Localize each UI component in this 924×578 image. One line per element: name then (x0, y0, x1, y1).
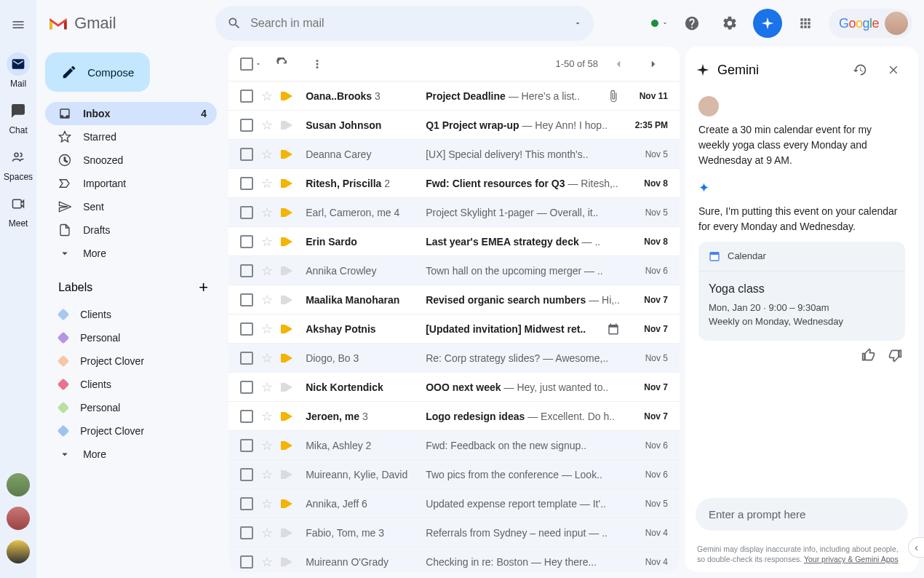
row-checkbox[interactable] (240, 206, 253, 219)
calendar-card[interactable]: Calendar Yoga class Mon, Jan 20 · 9:00 –… (698, 242, 905, 341)
email-row[interactable]: ☆Muireann O'GradyChecking in re: Boston … (228, 547, 680, 572)
folder-inbox[interactable]: Inbox4 (45, 102, 217, 125)
help-button[interactable] (677, 9, 706, 38)
star-button[interactable]: ☆ (260, 467, 274, 483)
row-checkbox[interactable] (240, 90, 253, 103)
label-item[interactable]: Clients (45, 373, 217, 396)
add-label-button[interactable]: + (199, 278, 208, 297)
privacy-link[interactable]: Your privacy & Gemini Apps (804, 555, 899, 563)
main-menu-button[interactable] (1, 7, 36, 42)
gemini-prompt-input[interactable]: Enter a prompt here (696, 498, 908, 531)
row-checkbox[interactable] (240, 352, 253, 365)
important-marker[interactable] (285, 92, 292, 100)
email-row[interactable]: ☆Erin SardoLast year's EMEA strategy dec… (228, 227, 680, 256)
compose-button[interactable]: Compose (45, 52, 150, 92)
star-button[interactable]: ☆ (260, 525, 274, 541)
email-row[interactable]: ☆Oana..Brooks 3Project Deadline — Here's… (228, 82, 680, 111)
important-marker[interactable] (285, 179, 292, 188)
star-button[interactable]: ☆ (260, 292, 274, 308)
email-row[interactable]: ☆Fabio, Tom, me 3Referrals from Sydney –… (228, 518, 680, 547)
rail-mail[interactable]: Mail (4, 52, 33, 89)
email-row[interactable]: ☆Jeroen, me 3Logo redesign ideas — Excel… (228, 402, 680, 431)
email-row[interactable]: ☆Deanna Carey[UX] Special delivery! This… (228, 140, 680, 169)
side-panel-toggle[interactable]: ‹ (908, 537, 924, 558)
star-button[interactable]: ☆ (260, 175, 274, 191)
older-button[interactable] (639, 50, 668, 79)
email-row[interactable]: ☆Nick KortendickOOO next week — Hey, jus… (228, 373, 680, 402)
row-checkbox[interactable] (240, 526, 253, 539)
important-marker[interactable] (285, 441, 292, 450)
apps-button[interactable] (791, 9, 820, 38)
labels-more[interactable]: More (45, 443, 217, 466)
email-row[interactable]: ☆Muireann, Kylie, DavidTwo pics from the… (228, 460, 680, 489)
star-button[interactable]: ☆ (260, 350, 274, 366)
search-options-icon[interactable] (573, 19, 582, 28)
chat-avatar[interactable] (7, 507, 30, 530)
email-row[interactable]: ☆Diogo, Bo 3Re: Corp strategy slides? — … (228, 344, 680, 373)
folder-sent[interactable]: Sent (45, 195, 217, 218)
search-bar[interactable] (215, 6, 594, 41)
important-marker[interactable] (285, 412, 292, 421)
select-all-checkbox[interactable] (240, 58, 262, 71)
close-button[interactable] (879, 55, 908, 84)
gmail-logo[interactable]: Gmail (48, 14, 208, 33)
important-marker[interactable] (285, 470, 292, 479)
gemini-button[interactable] (753, 9, 782, 38)
row-checkbox[interactable] (240, 410, 253, 423)
search-input[interactable] (250, 17, 565, 30)
star-button[interactable]: ☆ (260, 379, 274, 395)
rail-chat[interactable]: Chat (4, 99, 33, 135)
star-button[interactable]: ☆ (260, 496, 274, 512)
label-item[interactable]: Personal (45, 326, 217, 349)
row-checkbox[interactable] (240, 264, 253, 277)
important-marker[interactable] (285, 528, 292, 537)
row-checkbox[interactable] (240, 235, 253, 248)
important-marker[interactable] (285, 150, 292, 159)
email-row[interactable]: ☆Ritesh, Priscilla 2Fwd: Client resource… (228, 169, 680, 198)
rail-meet[interactable]: Meet (4, 192, 33, 229)
star-button[interactable]: ☆ (260, 408, 274, 424)
important-marker[interactable] (285, 558, 292, 566)
important-marker[interactable] (285, 208, 292, 217)
email-row[interactable]: ☆Annika, Jeff 6Updated expense report te… (228, 489, 680, 518)
important-marker[interactable] (285, 296, 292, 304)
important-marker[interactable] (285, 266, 292, 275)
chat-avatar[interactable] (7, 473, 30, 496)
folder-snoozed[interactable]: Snoozed (45, 149, 217, 172)
star-button[interactable]: ☆ (260, 205, 274, 221)
settings-button[interactable] (715, 9, 744, 38)
newer-button[interactable] (604, 50, 633, 79)
row-checkbox[interactable] (240, 119, 253, 132)
important-marker[interactable] (285, 383, 292, 392)
email-row[interactable]: ☆Susan JohnsonQ1 Project wrap-up — Hey A… (228, 111, 680, 140)
row-checkbox[interactable] (240, 439, 253, 452)
more-button[interactable] (303, 50, 332, 79)
label-item[interactable]: Clients (45, 303, 217, 326)
refresh-button[interactable] (268, 50, 297, 79)
row-checkbox[interactable] (240, 177, 253, 190)
important-marker[interactable] (285, 121, 292, 130)
star-button[interactable]: ☆ (260, 554, 274, 570)
folder-important[interactable]: Important (45, 172, 217, 195)
star-button[interactable]: ☆ (260, 146, 274, 162)
row-checkbox[interactable] (240, 322, 253, 336)
thumbs-down-button[interactable] (888, 348, 902, 363)
email-row[interactable]: ☆Mika, Ashley 2Fwd: Feedback on the new … (228, 431, 680, 460)
email-row[interactable]: ☆Annika CrowleyTown hall on the upcoming… (228, 256, 680, 285)
thumbs-up-button[interactable] (861, 348, 876, 363)
star-button[interactable]: ☆ (260, 117, 274, 133)
folder-more[interactable]: More (45, 242, 217, 265)
email-row[interactable]: ☆Earl, Cameron, me 4Project Skylight 1-p… (228, 198, 680, 227)
email-row[interactable]: ☆Akshay Potnis[Updated invitation] Midwe… (228, 314, 680, 344)
star-button[interactable]: ☆ (260, 321, 274, 337)
important-marker[interactable] (285, 325, 292, 333)
row-checkbox[interactable] (240, 497, 253, 510)
chat-avatar[interactable] (7, 540, 30, 563)
row-checkbox[interactable] (240, 293, 253, 306)
star-button[interactable]: ☆ (260, 438, 274, 454)
status-indicator[interactable] (651, 20, 669, 27)
important-marker[interactable] (285, 499, 292, 508)
folder-starred[interactable]: Starred (45, 125, 217, 149)
important-marker[interactable] (285, 237, 292, 246)
row-checkbox[interactable] (240, 381, 253, 394)
